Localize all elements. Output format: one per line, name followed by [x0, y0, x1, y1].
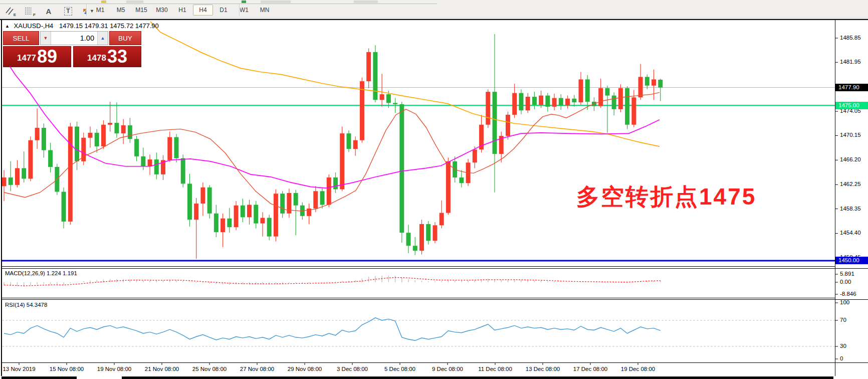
candle-up	[88, 133, 92, 138]
rsi-indicator-label: RSI(14) 54.3478	[5, 302, 47, 308]
candle-down	[572, 99, 576, 102]
candle-down	[519, 93, 523, 111]
current-price-tag: 1477.90	[835, 84, 868, 91]
candle-down	[114, 123, 119, 133]
candle-up	[121, 125, 126, 133]
candle-up	[35, 128, 40, 140]
candle-up	[247, 205, 252, 218]
candle-up	[526, 97, 530, 110]
candle-down	[333, 177, 338, 189]
candle-up	[638, 77, 643, 97]
candle-down	[22, 168, 26, 178]
candle-down	[320, 191, 325, 205]
candle-down	[62, 192, 66, 222]
candle-down	[645, 77, 649, 85]
candle-down	[95, 133, 99, 146]
mt4-window: E F A T ▼ M1M5M15M30H1H4D1W1MN	[0, 0, 868, 379]
candle-up	[327, 177, 331, 205]
candle-up	[28, 140, 33, 179]
volume-input[interactable]: 1.00	[51, 32, 97, 45]
one-click-trading-panel: SELL ▼ 1.00 ▲ BUY 1477 89 1478 33	[3, 31, 141, 67]
ma-fast-red	[4, 92, 660, 211]
candle-down	[545, 96, 550, 107]
candle-down	[658, 80, 663, 87]
symbol-marker-icon: ▲	[5, 24, 10, 29]
candle-down	[254, 205, 258, 224]
candle-up	[274, 194, 278, 236]
candle-down	[625, 88, 629, 125]
candle-down	[399, 104, 404, 233]
candle-down	[154, 159, 159, 174]
candle-up	[15, 168, 20, 184]
buy-button[interactable]: BUY	[109, 31, 141, 45]
candle-up	[579, 79, 583, 102]
ma-slow-orange	[150, 22, 660, 146]
candle-up	[148, 159, 152, 166]
candle-down	[9, 177, 13, 185]
volume-stepper: ▼ 1.00 ▲	[40, 31, 108, 45]
ask-price-minor: 33	[107, 48, 127, 66]
ask-price-major: 1478	[87, 51, 106, 66]
ask-price-display[interactable]: 1478 33	[73, 46, 141, 67]
lower-price-tag: 1450.00	[835, 257, 868, 264]
candle-down	[612, 96, 616, 109]
candle-up	[446, 161, 451, 213]
candle-up	[618, 88, 623, 109]
candle-down	[585, 79, 590, 102]
candle-down	[559, 98, 563, 106]
candle-up	[101, 125, 106, 146]
bid-price-minor: 89	[37, 48, 57, 66]
candle-down	[493, 92, 497, 154]
candle-up	[539, 96, 543, 105]
candle-down	[294, 193, 298, 206]
candle-up	[486, 92, 490, 125]
candle-down	[141, 156, 145, 166]
candle-up	[565, 99, 570, 106]
candle-down	[181, 158, 185, 184]
candle-up	[108, 123, 112, 125]
ohlc-values: 1479.15 1479.31 1475.72 1477.90	[59, 22, 159, 30]
candle-down	[386, 94, 391, 103]
candle-down	[207, 187, 212, 214]
candle-down	[373, 52, 377, 100]
volume-decrease-button[interactable]: ▼	[41, 32, 51, 45]
candle-up	[360, 81, 364, 140]
candle-down	[187, 183, 192, 220]
bid-price-major: 1477	[17, 51, 36, 66]
candle-down	[605, 88, 609, 96]
candle-down	[75, 126, 79, 161]
candle-down	[134, 139, 139, 156]
candle-up	[652, 79, 656, 85]
macd-signal-line	[4, 277, 661, 286]
candle-down	[42, 128, 46, 150]
symbol-period: XAUUSD-,H4	[14, 22, 54, 30]
candle-up	[167, 137, 172, 160]
candle-down	[267, 218, 272, 237]
candle-up	[353, 140, 358, 149]
candle-up	[473, 149, 477, 162]
candle-down	[459, 177, 464, 183]
candle-down	[48, 150, 53, 167]
candle-up	[432, 225, 437, 241]
chart-header: ▲ XAUUSD-,H4 1479.15 1479.31 1475.72 147…	[5, 22, 159, 30]
candle-up	[440, 213, 444, 226]
candle-up	[260, 218, 265, 224]
sell-button[interactable]: SELL	[3, 31, 39, 45]
candle-up	[631, 97, 636, 124]
chart-annotation: 多空转折点1475	[576, 181, 756, 213]
candle-down	[174, 137, 178, 158]
candle-up	[200, 187, 205, 204]
bid-price-display[interactable]: 1477 89	[3, 46, 71, 67]
candle-down	[128, 125, 132, 139]
candle-up	[552, 98, 557, 107]
candle-up	[506, 115, 510, 136]
candle-down	[413, 246, 417, 251]
candle-down	[426, 224, 430, 241]
macd-indicator-label: MACD(12,26,9) 1.224 1.191	[5, 270, 77, 276]
candle-up	[2, 177, 7, 186]
volume-increase-button[interactable]: ▲	[97, 32, 108, 45]
rsi-line	[4, 318, 661, 341]
candle-up	[313, 191, 318, 209]
candle-up	[234, 206, 239, 227]
support-price-tag: 1475.00	[835, 102, 868, 109]
